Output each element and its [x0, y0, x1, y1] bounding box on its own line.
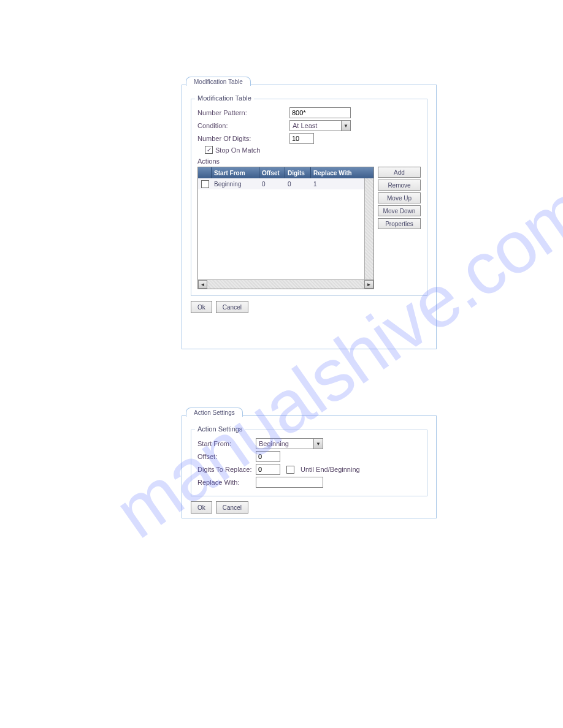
stop-on-match-checkbox[interactable]: ✓	[205, 146, 213, 154]
cell-start-from: Beginning	[212, 180, 259, 189]
condition-label: Condition:	[197, 122, 289, 129]
scroll-right-icon[interactable]: ►	[364, 280, 373, 289]
properties-button[interactable]: Properties	[378, 218, 421, 229]
cancel-button[interactable]: Cancel	[216, 301, 248, 313]
offset-label: Offset:	[197, 453, 256, 460]
replace-with-label: Replace With:	[197, 479, 256, 486]
cell-offset: 0	[259, 180, 285, 189]
table-row[interactable]: Beginning 0 0 1	[198, 178, 373, 189]
remove-button[interactable]: Remove	[378, 180, 421, 191]
ok-button[interactable]: Ok	[191, 501, 212, 514]
cancel-button[interactable]: Cancel	[216, 501, 248, 514]
offset-input[interactable]	[256, 451, 280, 462]
col-start-from: Start From	[212, 167, 259, 178]
cell-digits: 0	[285, 180, 311, 189]
chevron-down-icon: ▼	[313, 439, 323, 449]
digits-to-replace-input[interactable]	[256, 464, 280, 475]
replace-with-input[interactable]	[256, 477, 323, 488]
action-settings-dialog: Action Settings Action Settings Start Fr…	[182, 415, 437, 518]
col-replace-with: Replace With	[311, 167, 364, 178]
num-digits-input[interactable]	[289, 133, 314, 144]
horizontal-scrollbar[interactable]: ◄ ►	[198, 279, 373, 289]
action-settings-fieldset: Action Settings Start From: Beginning ▼ …	[191, 430, 427, 496]
start-from-value: Beginning	[256, 439, 313, 448]
condition-value: At Least	[290, 121, 341, 130]
start-from-select[interactable]: Beginning ▼	[256, 438, 323, 449]
actions-table: Start From Offset Digits Replace With Be…	[197, 167, 374, 289]
until-end-checkbox[interactable]	[286, 466, 294, 474]
actions-label: Actions	[197, 157, 421, 165]
chevron-down-icon: ▼	[341, 121, 350, 131]
digits-to-replace-label: Digits To Replace:	[197, 466, 256, 473]
scroll-left-icon[interactable]: ◄	[198, 280, 207, 289]
move-up-button[interactable]: Move Up	[378, 192, 421, 203]
fieldset-legend: Modification Table	[195, 94, 254, 102]
modification-table-dialog: Modification Table Modification Table Nu…	[182, 85, 437, 349]
tab-modification-table[interactable]: Modification Table	[186, 77, 251, 86]
fieldset-legend: Action Settings	[195, 425, 245, 433]
tab-action-settings[interactable]: Action Settings	[186, 408, 243, 417]
modification-table-fieldset: Modification Table Number Pattern: Condi…	[191, 99, 427, 296]
num-digits-label: Number Of Digits:	[197, 135, 289, 142]
start-from-label: Start From:	[197, 440, 256, 447]
number-pattern-label: Number Pattern:	[197, 109, 289, 116]
col-offset: Offset	[259, 167, 285, 178]
add-button[interactable]: Add	[378, 167, 421, 178]
table-header: Start From Offset Digits Replace With	[198, 167, 373, 178]
stop-on-match-label: Stop On Match	[215, 146, 260, 154]
until-end-label: Until End/Beginning	[301, 466, 360, 473]
ok-button[interactable]: Ok	[191, 301, 212, 313]
condition-select[interactable]: At Least ▼	[289, 120, 351, 131]
row-checkbox[interactable]	[201, 180, 209, 188]
vertical-scrollbar[interactable]	[364, 178, 373, 279]
move-down-button[interactable]: Move Down	[378, 205, 421, 216]
col-digits: Digits	[285, 167, 311, 178]
number-pattern-input[interactable]	[289, 107, 351, 118]
